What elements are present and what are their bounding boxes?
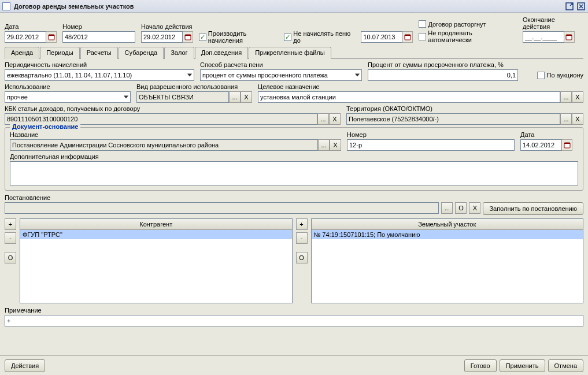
doc-basis-name-field[interactable] — [10, 139, 318, 151]
close-icon[interactable] — [576, 2, 586, 11]
doc-basis-name-label: Название — [10, 131, 341, 138]
percent-field[interactable] — [368, 69, 518, 81]
target-purpose-clear-button[interactable]: X — [572, 91, 583, 103]
periodicity-select[interactable]: ежеквартально (11.01, 11.04, 11.07, 11.1… — [5, 69, 194, 81]
calendar-icon[interactable] — [564, 31, 575, 43]
landplot-table: Земельный участок № 74:19:1507101:15; По… — [311, 218, 584, 303]
counterparty-remove-button[interactable]: - — [5, 232, 16, 244]
doc-basis-legend: Документ-основание — [10, 123, 80, 130]
doc-basis-fieldset: Документ-основание Название ... X Номер … — [5, 127, 583, 191]
no-auto-extend-label: Не продлевать автоматически — [428, 29, 517, 43]
tab-periods[interactable]: Периоды — [40, 47, 80, 59]
calendar-icon[interactable] — [402, 31, 413, 43]
startdate-field[interactable] — [141, 31, 183, 43]
counterparty-header[interactable]: Контрагент — [20, 219, 292, 230]
svg-rect-11 — [564, 143, 570, 144]
tab-pledge[interactable]: Залог — [164, 47, 194, 59]
resolution-field[interactable] — [5, 202, 439, 214]
calendar-icon[interactable] — [46, 31, 57, 43]
resolution-lookup-button[interactable]: ... — [441, 202, 453, 214]
extra-info-label: Дополнительная информация — [10, 153, 578, 160]
date-field[interactable] — [5, 31, 46, 43]
window-title: Договор аренды земельных участков — [14, 3, 563, 10]
doc-basis-name-clear-button[interactable]: X — [330, 139, 341, 151]
by-auction-checkbox[interactable] — [537, 72, 545, 79]
svg-rect-9 — [566, 35, 572, 36]
cancel-button[interactable]: Отмена — [548, 359, 583, 372]
doc-basis-number-label: Номер — [347, 131, 515, 138]
maximize-icon[interactable] — [565, 2, 574, 11]
landplot-header[interactable]: Земельный участок — [312, 219, 583, 230]
no-penalty-until-label: Не начислять пеню до — [293, 30, 358, 44]
note-label: Примечание — [5, 307, 583, 314]
territory-lookup-button[interactable]: ... — [560, 113, 572, 125]
penalty-method-select[interactable]: процент от суммы просроченного платежа — [200, 69, 362, 81]
date-label: Дата — [5, 23, 57, 30]
territory-label: Территория (ОКАТО/ОКТМО) — [346, 105, 583, 112]
done-button[interactable]: Готово — [464, 359, 497, 372]
no-penalty-until-field[interactable] — [361, 31, 402, 43]
svg-rect-5 — [185, 35, 191, 36]
target-purpose-field[interactable] — [258, 91, 560, 103]
table-row[interactable]: № 74:19:1507101:15; По умолчанию — [312, 230, 583, 239]
no-auto-extend-checkbox[interactable] — [419, 33, 426, 40]
landplot-remove-button[interactable]: - — [296, 232, 308, 244]
permitted-use-label: Вид разрешенного использования — [136, 83, 252, 90]
tab-rent[interactable]: Аренда — [5, 47, 39, 59]
calendar-icon[interactable] — [183, 31, 193, 43]
counterparty-add-button[interactable]: + — [5, 218, 16, 230]
tab-extradata[interactable]: Доп.сведения — [195, 47, 249, 59]
doc-basis-number-field[interactable] — [347, 139, 515, 151]
produce-accruals-label: Производить начисления — [208, 30, 282, 44]
app-icon — [2, 2, 10, 10]
target-purpose-label: Целевое назначение — [258, 83, 583, 90]
doc-basis-date-label: Дата — [520, 131, 578, 138]
table-row[interactable]: ФГУП "РТРС" — [20, 230, 292, 239]
produce-accruals-checkbox[interactable] — [199, 34, 206, 41]
kbk-lookup-button[interactable]: ... — [317, 113, 329, 125]
resolution-open-button[interactable]: O — [455, 202, 467, 214]
permitted-use-clear-button[interactable]: X — [241, 91, 252, 103]
landplot-open-button[interactable]: O — [296, 252, 308, 263]
tabs: Аренда Периоды Расчеты Субаренда Залог Д… — [5, 46, 583, 59]
use-label: Использование — [5, 83, 131, 90]
contract-terminated-label: Договор расторгнут — [428, 21, 486, 28]
territory-clear-button[interactable]: X — [572, 113, 583, 125]
startdate-label: Начало действия — [141, 23, 193, 30]
doc-basis-name-lookup-button[interactable]: ... — [318, 139, 330, 151]
resolution-label: Постановление — [5, 194, 583, 201]
kbk-label: КБК статьи доходов, получаемых по догово… — [5, 105, 341, 112]
by-auction-label: По аукциону — [546, 72, 583, 79]
kbk-clear-button[interactable]: X — [329, 113, 341, 125]
actions-button[interactable]: Действия — [5, 359, 45, 372]
periodicity-label: Периодичность начислений — [5, 61, 194, 68]
calendar-icon[interactable] — [562, 139, 572, 151]
number-label: Номер — [62, 23, 135, 30]
contract-terminated-checkbox[interactable] — [419, 20, 426, 28]
counterparty-open-button[interactable]: O — [5, 252, 16, 263]
percent-label: Процент от суммы просроченного платежа, … — [368, 61, 518, 68]
no-penalty-until-checkbox[interactable] — [284, 34, 291, 41]
penalty-method-label: Способ расчета пени — [200, 61, 362, 68]
landplot-add-button[interactable]: + — [296, 218, 308, 230]
number-field[interactable] — [62, 31, 135, 43]
permitted-use-lookup-button[interactable]: ... — [229, 91, 241, 103]
apply-button[interactable]: Применить — [500, 359, 545, 372]
tab-calculations[interactable]: Расчеты — [80, 47, 118, 59]
extra-info-field[interactable] — [10, 161, 578, 185]
note-field[interactable] — [5, 315, 583, 326]
tab-sublease[interactable]: Субаренда — [119, 47, 164, 59]
fill-by-resolution-button[interactable]: Заполнить по постановлению — [483, 202, 583, 215]
target-purpose-lookup-button[interactable]: ... — [560, 91, 572, 103]
doc-basis-date-field[interactable] — [520, 139, 562, 151]
svg-rect-3 — [49, 35, 54, 36]
tab-attachments[interactable]: Прикрепленные файлы — [249, 47, 331, 59]
enddate-label: Окончание действия — [523, 16, 583, 30]
resolution-clear-button[interactable]: X — [469, 202, 480, 214]
territory-field[interactable] — [346, 113, 560, 125]
counterparty-table: Контрагент ФГУП "РТРС" — [20, 218, 293, 303]
use-select[interactable]: прочее — [5, 91, 131, 103]
svg-rect-7 — [405, 35, 411, 36]
permitted-use-field[interactable] — [136, 91, 229, 103]
enddate-field[interactable] — [523, 31, 564, 43]
